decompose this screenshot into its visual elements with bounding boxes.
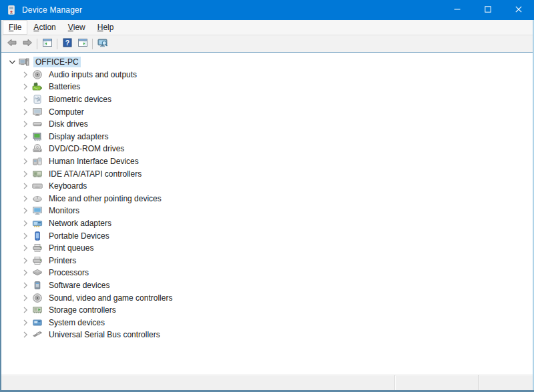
toolbar-separator — [92, 39, 93, 49]
tree-item[interactable]: Processors — [1, 267, 533, 279]
chevron-right-icon[interactable] — [20, 317, 31, 328]
tree-item-label: Printers — [47, 255, 78, 266]
minimize-button[interactable] — [442, 0, 473, 20]
speaker-icon — [32, 69, 43, 80]
chevron-right-icon[interactable] — [20, 156, 31, 167]
tree-item[interactable]: Human Interface Devices — [1, 155, 533, 168]
close-button[interactable] — [503, 0, 534, 20]
scan-hardware-button[interactable] — [95, 37, 110, 51]
monitor-icon — [32, 107, 43, 117]
chevron-right-icon[interactable] — [20, 231, 31, 241]
chevron-right-icon[interactable] — [20, 69, 31, 80]
chevron-right-icon[interactable] — [20, 205, 31, 216]
tree-item-label: Software devices — [47, 280, 111, 291]
close-icon — [515, 5, 522, 15]
tree-item-label: Mice and other pointing devices — [47, 193, 164, 204]
chevron-right-icon[interactable] — [20, 218, 31, 229]
tree-item[interactable]: Printers — [1, 255, 533, 267]
chevron-right-icon[interactable] — [20, 193, 31, 204]
device-tree[interactable]: OFFICE-PCAudio inputs and outputsBatteri… — [1, 52, 533, 375]
tree-item[interactable]: Batteries — [1, 81, 533, 93]
tree-root-item[interactable]: OFFICE-PC — [1, 56, 533, 69]
computer-icon — [19, 57, 29, 67]
tree-item-label: IDE ATA/ATAPI controllers — [47, 169, 144, 179]
chevron-right-icon[interactable] — [20, 169, 31, 179]
tree-item[interactable]: Display adapters — [1, 131, 533, 143]
tree-item-label: Print queues — [47, 243, 95, 253]
tree-item-label: Storage controllers — [47, 305, 118, 315]
dvd-drive-icon — [32, 143, 43, 154]
back-arrow-icon — [7, 37, 17, 50]
menu-view[interactable]: View — [62, 20, 91, 35]
chevron-right-icon[interactable] — [20, 255, 31, 266]
action-pane-icon — [77, 37, 88, 50]
tree-item-label: Audio inputs and outputs — [47, 69, 139, 80]
chevron-right-icon[interactable] — [20, 305, 31, 315]
processor-icon — [32, 267, 43, 278]
maximize-button[interactable] — [473, 0, 503, 20]
tree-item[interactable]: Print queues — [1, 242, 533, 255]
keyboard-icon — [32, 181, 43, 191]
chevron-down-icon[interactable] — [7, 57, 17, 67]
tree-item[interactable]: System devices — [1, 316, 533, 329]
tree-item[interactable]: Software devices — [1, 279, 533, 292]
tree-item[interactable]: Universal Serial Bus controllers — [1, 329, 533, 341]
tree-item[interactable]: Network adapters — [1, 217, 533, 230]
toolbar-separator — [57, 39, 57, 49]
tree-item-label: Display adapters — [47, 131, 110, 142]
tree-item[interactable]: Storage controllers — [1, 304, 533, 317]
tree-item-label: System devices — [47, 317, 107, 328]
window-body: FileActionViewHelp ? OFFICE-PCAudio inpu… — [0, 20, 534, 390]
window-controls — [442, 0, 534, 20]
chevron-right-icon[interactable] — [20, 280, 31, 291]
tree-item[interactable]: Audio inputs and outputs — [1, 69, 533, 81]
tree-item[interactable]: Sound, video and game controllers — [1, 291, 533, 304]
tree-item[interactable]: Biometric devices — [1, 93, 533, 106]
help-icon: ? — [62, 37, 73, 50]
tree-item[interactable]: IDE ATA/ATAPI controllers — [1, 167, 533, 180]
tree-item-label: Processors — [47, 267, 91, 278]
printer-icon — [32, 243, 43, 253]
chevron-right-icon[interactable] — [20, 131, 31, 142]
system-device-icon — [32, 317, 43, 328]
title-bar[interactable]: Device Manager — [0, 0, 534, 20]
chevron-right-icon[interactable] — [20, 94, 31, 105]
chevron-right-icon[interactable] — [20, 81, 31, 92]
chevron-right-icon[interactable] — [20, 243, 31, 253]
tree-item-label: Portable Devices — [47, 231, 111, 241]
minimize-icon — [454, 5, 461, 15]
console-tree-icon — [42, 37, 53, 50]
tree-item[interactable]: Disk drives — [1, 118, 533, 131]
menu-help[interactable]: Help — [91, 20, 120, 35]
menu-action[interactable]: Action — [27, 20, 61, 35]
battery-icon — [32, 81, 43, 92]
portable-device-icon — [32, 231, 43, 241]
chevron-right-icon[interactable] — [20, 107, 31, 117]
show-console-tree-button[interactable] — [39, 37, 55, 51]
chevron-right-icon[interactable] — [20, 267, 31, 278]
status-bar — [1, 375, 533, 390]
chevron-right-icon[interactable] — [20, 293, 31, 303]
scan-hardware-icon — [97, 37, 108, 50]
help-button[interactable]: ? — [59, 37, 75, 51]
tree-item[interactable]: Computer — [1, 105, 533, 118]
menu-file[interactable]: File — [3, 20, 27, 35]
tree-item-label: Keyboards — [47, 181, 89, 191]
tree-item[interactable]: Monitors — [1, 205, 533, 217]
tree-item[interactable]: Mice and other pointing devices — [1, 193, 533, 205]
tree-item[interactable]: Portable Devices — [1, 229, 533, 242]
tree-item-label: DVD/CD-ROM drives — [47, 143, 126, 154]
chevron-right-icon[interactable] — [20, 181, 31, 191]
chevron-right-icon[interactable] — [20, 329, 31, 340]
back-button[interactable] — [4, 37, 19, 51]
mouse-icon — [32, 193, 43, 204]
forward-button[interactable] — [19, 37, 35, 51]
tree-item[interactable]: Keyboards — [1, 180, 533, 193]
chevron-right-icon[interactable] — [20, 143, 31, 154]
tree-item-label: Batteries — [47, 81, 82, 92]
show-action-pane-button[interactable] — [75, 37, 90, 51]
toolbar: ? — [1, 35, 533, 52]
device-manager-window: Device Manager FileActionViewHelp ? OFFI… — [0, 0, 534, 392]
tree-item[interactable]: DVD/CD-ROM drives — [1, 143, 533, 155]
chevron-right-icon[interactable] — [20, 119, 31, 129]
